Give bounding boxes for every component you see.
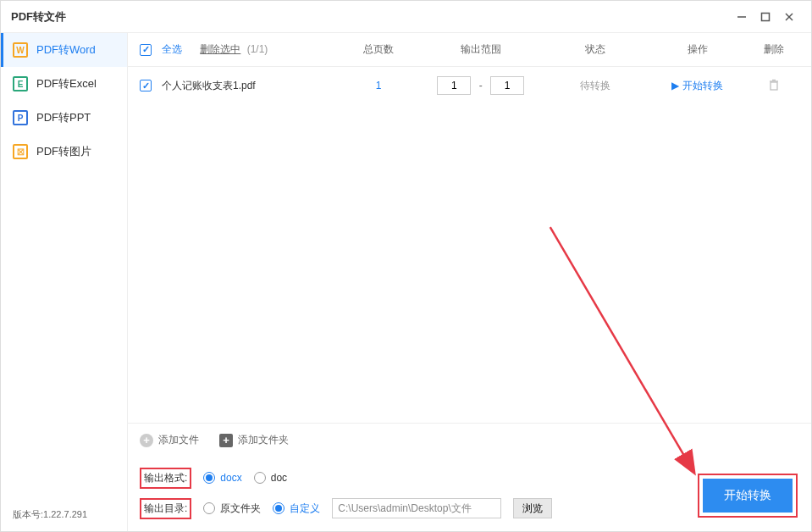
format-docx-option[interactable]: docx	[203, 472, 241, 484]
range-separator: -	[479, 80, 483, 91]
plus-circle-icon: +	[140, 434, 153, 447]
dir-original-option[interactable]: 原文件夹	[203, 502, 261, 516]
doc-text: doc	[271, 472, 287, 484]
sidebar-item-pdf-to-ppt[interactable]: P PDF转PPT	[1, 101, 127, 135]
plus-square-icon: +	[219, 434, 233, 447]
sidebar-item-pdf-to-image[interactable]: ☒ PDF转图片	[1, 135, 127, 169]
start-label: 开始转换	[682, 79, 723, 93]
header-pages: 总页数	[340, 42, 417, 57]
image-icon: ☒	[13, 144, 28, 159]
sidebar-item-label: PDF转Excel	[36, 76, 97, 91]
add-bar: + 添加文件 + 添加文件夹	[128, 423, 811, 457]
file-pages: 1	[340, 80, 417, 91]
add-folder-label: 添加文件夹	[238, 433, 289, 447]
svg-rect-1	[762, 13, 770, 20]
start-button-highlight: 开始转换	[698, 474, 798, 518]
sidebar-item-label: PDF转图片	[36, 144, 91, 159]
sidebar-item-pdf-to-word[interactable]: W PDF转Word	[1, 33, 127, 67]
radio-icon	[203, 502, 215, 514]
header-range: 输出范围	[417, 42, 544, 57]
row-checkbox[interactable]	[140, 80, 152, 91]
selection-count: (1/1)	[247, 43, 268, 55]
add-file-label: 添加文件	[158, 433, 199, 447]
add-folder-button[interactable]: + 添加文件夹	[219, 433, 289, 447]
docx-text: docx	[220, 472, 241, 484]
delete-selected-link[interactable]: 删除选中	[200, 43, 240, 55]
output-format-label: 输出格式:	[140, 468, 191, 489]
table-row: 个人记账收支表1.pdf 1 - 待转换 ▶ 开始转换	[128, 67, 811, 104]
version-label: 版本号:1.22.7.291	[1, 500, 127, 531]
sidebar: W PDF转Word E PDF转Excel P PDF转PPT ☒ PDF转图…	[1, 33, 128, 531]
output-path-input[interactable]	[332, 498, 501, 518]
maximize-button[interactable]	[754, 5, 777, 29]
play-icon: ▶	[671, 80, 679, 91]
content-area: 全选 删除选中 (1/1) 总页数 输出范围 状态 操作 删除 个人记账收支表1…	[128, 33, 811, 531]
sidebar-item-label: PDF转Word	[36, 42, 96, 58]
file-name: 个人记账收支表1.pdf	[162, 79, 340, 93]
sidebar-item-pdf-to-excel[interactable]: E PDF转Excel	[1, 67, 127, 101]
original-text: 原文件夹	[220, 502, 261, 516]
bottom-panel: 输出格式: docx doc 输出目录:	[128, 457, 811, 531]
dir-custom-option[interactable]: 自定义	[273, 502, 320, 516]
format-doc-option[interactable]: doc	[254, 472, 287, 484]
header-operation: 操作	[646, 42, 748, 57]
range-to-input[interactable]	[490, 76, 524, 95]
ppt-icon: P	[13, 110, 28, 125]
start-convert-button[interactable]: 开始转换	[703, 479, 793, 513]
titlebar: PDF转文件	[1, 1, 811, 33]
custom-text: 自定义	[290, 502, 320, 516]
header-delete: 删除	[748, 42, 799, 57]
file-list: 个人记账收支表1.pdf 1 - 待转换 ▶ 开始转换	[128, 67, 811, 423]
select-all-checkbox[interactable]	[140, 44, 152, 56]
file-status: 待转换	[544, 79, 647, 93]
word-icon: W	[13, 42, 28, 58]
radio-icon	[273, 502, 284, 514]
range-from-input[interactable]	[437, 76, 471, 95]
radio-icon	[203, 472, 215, 484]
window-title: PDF转文件	[11, 9, 730, 25]
range-cell: -	[417, 76, 544, 95]
radio-icon	[254, 472, 266, 484]
select-all-link[interactable]: 全选	[162, 43, 182, 55]
close-button[interactable]	[777, 5, 801, 29]
delete-icon[interactable]	[768, 81, 780, 93]
header-status: 状态	[544, 42, 647, 57]
row-start-convert-button[interactable]: ▶ 开始转换	[671, 79, 723, 93]
options-group: 输出格式: docx doc 输出目录:	[140, 467, 552, 519]
table-header: 全选 删除选中 (1/1) 总页数 输出范围 状态 操作 删除	[128, 33, 811, 67]
browse-button[interactable]: 浏览	[513, 498, 552, 518]
output-dir-label: 输出目录:	[140, 498, 191, 519]
add-file-button[interactable]: + 添加文件	[140, 433, 199, 447]
sidebar-item-label: PDF转PPT	[36, 110, 91, 125]
minimize-button[interactable]	[730, 5, 754, 29]
excel-icon: E	[13, 76, 28, 91]
svg-rect-4	[771, 82, 777, 90]
